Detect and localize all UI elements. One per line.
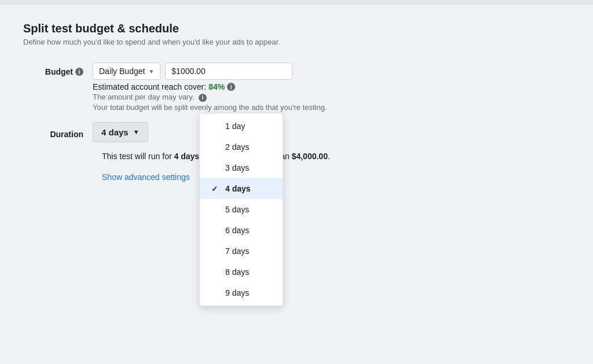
duration-option-2days[interactable]: 2 days — [200, 137, 283, 157]
vary-info-icon[interactable]: i — [199, 94, 207, 102]
budget-vary-note: The amount per day may vary. i — [93, 93, 327, 102]
duration-option-4days[interactable]: ✓ 4 days — [200, 178, 283, 199]
duration-option-6days[interactable]: 6 days — [200, 220, 283, 241]
duration-option-9days[interactable]: 9 days — [200, 282, 283, 303]
budget-coverage-line: Estimated account reach cover: 84% i — [93, 82, 327, 91]
summary-days: 4 days — [174, 152, 199, 161]
duration-option-5days[interactable]: 5 days — [200, 199, 283, 220]
run-summary: This test will run for 4 days and spend … — [102, 152, 570, 161]
page-container: Split test budget & schedule Define how … — [0, 0, 593, 364]
summary-amount: $4,000.00 — [292, 152, 328, 161]
budget-type-dropdown[interactable]: Daily Budget ▼ — [93, 62, 160, 80]
checkmark-4days: ✓ — [211, 185, 221, 193]
budget-split-note: Your total budget will be split evenly a… — [93, 103, 327, 112]
duration-option-1day[interactable]: 1 day — [200, 116, 283, 137]
budget-info-icon[interactable]: i — [75, 68, 83, 76]
budget-amount-input[interactable] — [165, 62, 292, 80]
duration-dropdown[interactable]: 4 days ▼ — [93, 122, 148, 142]
show-advanced-settings-link[interactable]: Show advanced settings — [102, 172, 190, 182]
budget-type-dropdown-arrow: ▼ — [148, 68, 154, 75]
section-title: Split test budget & schedule — [23, 22, 570, 35]
duration-dropdown-arrow: ▼ — [133, 128, 140, 135]
budget-row: Budget i Daily Budget ▼ Estimated accoun… — [23, 62, 570, 112]
duration-dropdown-overlay: 1 day 2 days 3 days ✓ 4 days 5 days 6 da… — [199, 113, 283, 306]
budget-label: Budget i — [23, 62, 93, 76]
coverage-value: 84% — [208, 82, 225, 91]
duration-row: Duration 4 days ▼ — [23, 122, 570, 142]
budget-controls: Daily Budget ▼ Estimated account reach c… — [93, 62, 327, 112]
section-subtitle: Define how much you'd like to spend and … — [23, 38, 570, 46]
content-area: Split test budget & schedule Define how … — [0, 5, 593, 199]
coverage-info-icon[interactable]: i — [227, 83, 235, 91]
duration-option-8days[interactable]: 8 days — [200, 262, 283, 282]
duration-option-7days[interactable]: 7 days — [200, 241, 283, 262]
top-bar — [0, 0, 593, 5]
duration-label: Duration — [23, 125, 93, 139]
duration-option-3days[interactable]: 3 days — [200, 157, 283, 178]
